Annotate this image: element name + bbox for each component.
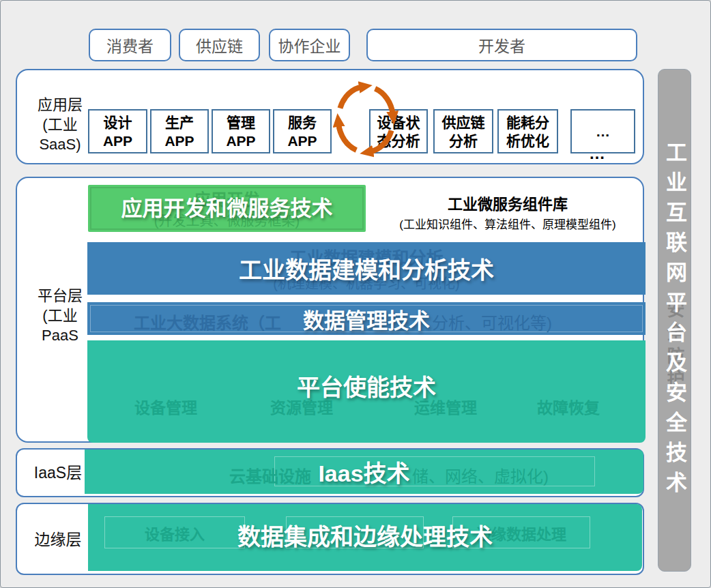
iaas-bar: 云基础设施 储、网络、虚拟化) Iaas技术 (85, 450, 643, 494)
actor-collab-enterprise: 协作企业 (269, 29, 350, 61)
actor-supply-chain-label: 供应链 (196, 33, 243, 57)
app-box-more-line1: … (596, 122, 610, 141)
application-layer-container: 应用层 (工业 SaaS) 设计 APP 生产 APP 管理 APP 服务 AP… (16, 69, 644, 164)
actor-consumer-label: 消费者 (106, 33, 154, 57)
app-dev-microservice-box: 应用开发 (开发工具、微服务框架) 应用开发和微服务技术 (88, 185, 366, 232)
actor-supply-chain: 供应链 (179, 29, 260, 61)
platform-layer-container: 平台层 (工业 PaaS 应用开发 (开发工具、微服务框架) 应用开发和微服务技… (16, 177, 644, 443)
security-side-bar: 安全防护 工业互联网平台及安全技术 (658, 69, 691, 572)
app-box-design-line1: 设计 (104, 113, 132, 132)
app-box-design-line2: APP (103, 132, 132, 150)
diagram-canvas: 消费者 供应链 协作企业 开发者 应用层 (工业 SaaS) 设计 APP 生产… (0, 0, 711, 588)
iaas-layer-label: IaaS层 (24, 463, 92, 483)
app-box-supply-analysis: 供应链 分析 (433, 109, 493, 153)
app-box-production-line2: APP (164, 132, 194, 150)
actor-collab-enterprise-label: 协作企业 (278, 33, 341, 57)
data-modeling-title: 工业数据建模和分析技术 (87, 242, 645, 295)
app-box-energy-optimize-line2: 析优化 (506, 132, 549, 150)
component-library-title: 工业微服务组件库 (371, 192, 645, 214)
app-box-management-line2: APP (226, 132, 255, 150)
app-box-production-line1: 生产 (165, 113, 194, 132)
edge-layer-container: 边缘层 设备接入 边缘数据处理 数据集成和边缘处理技术 (16, 503, 644, 575)
platform-layer-label: 平台层 (工业 PaaS (23, 286, 98, 345)
actor-developer: 开发者 (366, 29, 637, 61)
edge-bar: 设备接入 边缘数据处理 数据集成和边缘处理技术 (88, 504, 642, 571)
app-box-energy-optimize: 能耗分 析优化 (497, 109, 558, 153)
app-box-supply-analysis-line1: 供应链 (442, 113, 485, 132)
app-box-service-line1: 服务 (288, 113, 317, 132)
data-modeling-bar: 工业数据建模和分析 (机理建模、机器学习、可视化) 工业数据建模和分析技术 (87, 242, 645, 295)
data-management-bar: 工业大数据系统（工 分析、可视化等) 数据管理技术 (87, 302, 645, 335)
app-box-management-line1: 管理 (227, 113, 255, 132)
component-library-block: 工业微服务组件库 (工业知识组件、算法组件、原理模型组件) (371, 192, 645, 232)
cycle-arrows-icon (328, 77, 403, 159)
platform-enablement-title: 平台使能技术 (87, 366, 645, 405)
app-box-management: 管理 APP (212, 109, 270, 153)
actor-developer-label: 开发者 (478, 33, 525, 57)
edge-layer-title: 数据集成和边缘处理技术 (88, 504, 642, 565)
iaas-layer-container: IaaS层 云基础设施 储、网络、虚拟化) Iaas技术 (16, 448, 644, 497)
edge-layer-label: 边缘层 (24, 530, 92, 550)
app-box-design: 设计 APP (88, 109, 147, 153)
app-box-supply-analysis-line2: 分析 (449, 132, 478, 150)
platform-enablement-box: 设备管理 资源管理 运维管理 故障恢复 平台使能技术 (87, 340, 645, 443)
security-side-bar-title: 工业互联网平台及安全技术 (659, 141, 690, 501)
iaas-title: Iaas技术 (85, 450, 643, 494)
component-library-subtitle: (工业知识组件、算法组件、原理模型组件) (371, 215, 645, 232)
app-box-service: 服务 APP (273, 109, 332, 153)
app-box-energy-optimize-line1: 能耗分 (506, 113, 549, 132)
actor-consumer: 消费者 (89, 29, 171, 61)
ellipsis-below-box: … (589, 144, 605, 163)
application-layer-label: 应用层 (工业 SaaS) (23, 95, 98, 154)
app-box-service-line2: APP (287, 132, 317, 150)
app-box-production: 生产 APP (150, 109, 209, 153)
data-management-title: 数据管理技术 (87, 302, 645, 335)
app-dev-title: 应用开发和微服务技术 (88, 185, 366, 228)
